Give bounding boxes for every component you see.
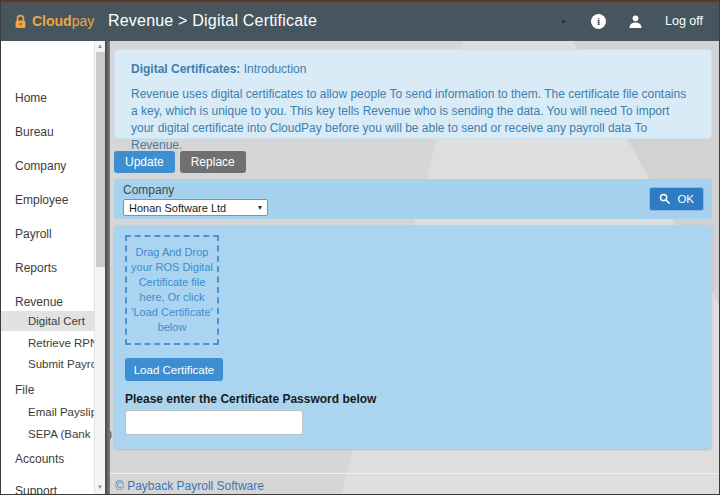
sidebar-item-revenue[interactable]: Revenue	[1, 291, 94, 313]
company-select-value: Honan Software Ltd	[129, 202, 226, 214]
menu-dot	[562, 20, 565, 23]
intro-title: Digital Certificates: Introduction	[131, 62, 695, 76]
page-title: Revenue > Digital Certificate	[108, 12, 317, 30]
sidebar-item-home[interactable]: Home	[1, 87, 94, 109]
certificate-password-label: Please enter the Certificate Password be…	[125, 392, 376, 406]
footer-divider	[110, 473, 719, 474]
chevron-down-icon: ▾	[258, 203, 262, 212]
user-icon[interactable]	[628, 14, 643, 29]
lock-icon	[14, 14, 27, 29]
sidebar-item-employee[interactable]: Employee	[1, 189, 94, 211]
certificate-password-input[interactable]	[125, 410, 303, 435]
sidebar-item-accounts[interactable]: Accounts	[1, 448, 94, 470]
main-content: Digital Certificates: Introduction Reven…	[110, 41, 719, 494]
sidebar-item-payroll[interactable]: Payroll	[1, 223, 94, 245]
sidebar-item-sepa-bank-file[interactable]: SEPA (Bank file)	[1, 424, 94, 444]
dropzone-text: Drag And Drop your ROS Digital Certifica…	[131, 245, 213, 335]
company-ok-button[interactable]: OK	[649, 187, 704, 211]
load-certificate-button[interactable]: Load Certificate	[125, 358, 223, 381]
sidebar-item-email-payslips[interactable]: Email Payslips	[1, 402, 94, 422]
info-icon[interactable]: i	[591, 14, 606, 29]
footer-copyright-link[interactable]: © Payback Payroll Software	[115, 479, 264, 493]
sidebar-item-digital-cert[interactable]: Digital Cert	[1, 311, 94, 331]
header-bar: Cloudpay Revenue > Digital Certificate i…	[1, 1, 719, 41]
sidebar-item-bureau[interactable]: Bureau	[1, 121, 94, 143]
replace-button[interactable]: Replace	[180, 151, 246, 173]
update-button[interactable]: Update	[114, 151, 175, 173]
window-top-accent	[1, 1, 719, 3]
certificate-action-tabs: Update Replace	[114, 151, 246, 173]
brand-text: Cloudpay	[32, 13, 94, 29]
cloudpay-window: Cloudpay Revenue > Digital Certificate i…	[0, 0, 720, 495]
sidebar-item-company[interactable]: Company	[1, 155, 94, 177]
cloudpay-logo[interactable]: Cloudpay	[14, 13, 100, 29]
sidebar-item-support[interactable]: Support	[1, 480, 94, 495]
certificate-panel: Drag And Drop your ROS Digital Certifica…	[114, 225, 712, 449]
sidebar-item-submit-payroll[interactable]: Submit Payroll	[1, 354, 94, 374]
scroll-down-icon[interactable]: ▼	[95, 482, 105, 492]
scroll-up-icon[interactable]: ▲	[95, 41, 105, 51]
logoff-button[interactable]: Log off	[665, 14, 703, 28]
sidebar-item-file[interactable]: File	[1, 379, 94, 401]
intro-body-text: Revenue uses digital certificates to all…	[131, 86, 695, 154]
scrollbar-thumb[interactable]	[96, 52, 105, 267]
ok-button-label: OK	[677, 193, 694, 205]
company-select[interactable]: Honan Software Ltd ▾	[123, 199, 268, 216]
intro-info-box: Digital Certificates: Introduction Reven…	[114, 49, 712, 139]
search-icon	[659, 193, 671, 205]
sidebar-content-divider	[105, 41, 110, 494]
sidebar-nav: Home Bureau Company Employee Payroll Rep…	[1, 41, 94, 494]
company-selector-bar: Company Honan Software Ltd ▾ OK	[114, 179, 712, 219]
certificate-dropzone[interactable]: Drag And Drop your ROS Digital Certifica…	[125, 235, 219, 345]
sidebar-item-reports[interactable]: Reports	[1, 257, 94, 279]
sidebar-scrollbar[interactable]: ▲ ▼	[94, 41, 105, 494]
company-label: Company	[123, 183, 174, 197]
header-actions: i Log off	[562, 1, 719, 41]
sidebar-item-retrieve-rpns[interactable]: Retrieve RPNs	[1, 333, 94, 353]
